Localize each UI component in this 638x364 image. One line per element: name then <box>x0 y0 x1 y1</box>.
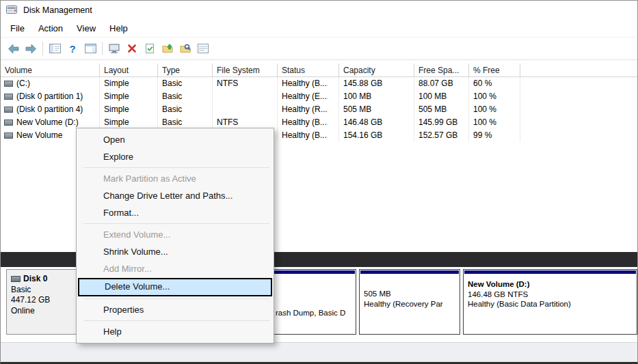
type-cell: Basic <box>158 77 213 90</box>
type-cell: Basic <box>158 90 213 103</box>
partition-status: Healthy (Recovery Par <box>364 299 455 309</box>
free-space-cell: 88.07 GB <box>414 77 469 90</box>
partition-size: 146.48 GB NTFS <box>468 290 633 300</box>
status-cell: Healthy (B... <box>278 116 339 129</box>
disk-management-window: Disk Management File Action View Help ? <box>0 0 638 364</box>
menu-view[interactable]: View <box>70 21 103 36</box>
status-cell: Healthy (B... <box>278 129 339 142</box>
window-title: Disk Management <box>23 5 92 15</box>
context-menu-item-format[interactable]: Format... <box>77 204 274 221</box>
volume-cell: (C:) <box>1 77 100 90</box>
free-space-cell: 505 MB <box>414 103 469 116</box>
monitor-icon[interactable] <box>105 40 123 57</box>
drive-icon <box>4 120 13 126</box>
drive-icon <box>4 94 13 100</box>
disk0-header-panel[interactable]: Disk 0 Basic 447.12 GB Online <box>6 269 79 335</box>
volume-name: (Disk 0 partition 1) <box>16 90 83 103</box>
context-menu-item-mark-partition-active: Mark Partition as Active <box>77 170 274 187</box>
context-menu-item-properties[interactable]: Properties <box>77 301 274 318</box>
filler-cell <box>520 103 637 116</box>
app-icon <box>6 4 18 16</box>
column-header-filler <box>520 64 637 77</box>
status-cell: Healthy (E... <box>278 90 339 103</box>
context-menu-item-open[interactable]: Open <box>77 131 274 148</box>
free-space-cell: 100 MB <box>414 90 469 103</box>
pct-free-cell: 100 % <box>469 90 520 103</box>
filler-cell <box>520 77 637 90</box>
disk-capacity: 447.12 GB <box>11 295 75 306</box>
list-header: Volume Layout Type File System Status Ca… <box>1 64 637 77</box>
toolbar: ? <box>1 37 637 60</box>
pct-free-cell: 100 % <box>469 103 520 116</box>
capacity-cell: 146.48 GB <box>339 116 414 129</box>
red-x-icon[interactable] <box>123 40 141 57</box>
capacity-cell: 100 MB <box>339 90 414 103</box>
column-header-capacity[interactable]: Capacity <box>339 64 414 77</box>
check-document-icon[interactable] <box>141 40 159 57</box>
partition-label: New Volume (D:) <box>468 279 633 290</box>
row-c-drive[interactable]: (C:) Simple Basic NTFS Healthy (B... 145… <box>1 77 637 90</box>
capacity-cell: 154.16 GB <box>339 129 414 142</box>
capacity-cell: 505 MB <box>339 103 414 116</box>
menu-separator <box>83 167 269 168</box>
context-menu-item-shrink-volume[interactable]: Shrink Volume... <box>77 243 274 260</box>
column-header-type[interactable]: Type <box>158 64 213 77</box>
back-icon[interactable] <box>4 40 22 57</box>
footer-strip <box>1 342 637 362</box>
partition-status-fragment: rash Dump, Basic D <box>276 309 345 317</box>
action-pane-icon[interactable] <box>81 40 99 57</box>
pct-free-cell: 99 % <box>469 129 520 142</box>
column-header-status[interactable]: Status <box>278 64 339 77</box>
drive-icon <box>4 132 13 139</box>
free-space-cell: 145.99 GB <box>414 116 469 129</box>
column-header-volume[interactable]: Volume <box>1 64 100 77</box>
layout-cell: Simple <box>100 103 158 116</box>
partition-505mb-recovery[interactable]: 505 MB Healthy (Recovery Par <box>359 269 460 335</box>
partition-new-volume-d[interactable]: New Volume (D:) 146.48 GB NTFS Healthy (… <box>463 269 637 335</box>
context-menu-item-explore[interactable]: Explore <box>77 148 274 165</box>
menubar: File Action View Help <box>1 20 637 37</box>
capacity-cell: 145.88 GB <box>339 77 414 90</box>
column-header-pct-free[interactable]: % Free <box>469 64 520 77</box>
filler-cell <box>520 129 637 142</box>
volume-name: (C:) <box>16 77 30 90</box>
disk-type: Basic <box>11 285 75 296</box>
forward-icon[interactable] <box>22 40 40 57</box>
menu-help[interactable]: Help <box>103 21 135 36</box>
volume-name: (Disk 0 partition 4) <box>16 103 83 116</box>
toolbar-separator <box>102 42 103 55</box>
column-header-layout[interactable]: Layout <box>100 64 158 77</box>
folder-search-icon[interactable] <box>176 40 194 57</box>
file-system-cell <box>213 90 278 103</box>
menu-separator <box>83 298 269 299</box>
column-header-free-space[interactable]: Free Spa... <box>414 64 469 77</box>
row-disk0-partition-1[interactable]: (Disk 0 partition 1) Simple Basic Health… <box>1 90 637 103</box>
console-tree-icon[interactable] <box>46 40 64 57</box>
context-menu-item-change-drive-letter[interactable]: Change Drive Letter and Paths... <box>77 187 274 204</box>
layout-cell: Simple <box>100 90 158 103</box>
file-system-cell: NTFS <box>213 77 278 90</box>
toolbar-separator <box>42 42 43 55</box>
type-cell: Basic <box>158 103 213 116</box>
help-icon[interactable]: ? <box>64 40 81 57</box>
pct-free-cell: 100 % <box>469 116 520 129</box>
disk-icon <box>11 276 21 282</box>
context-menu: Open Explore Mark Partition as Active Ch… <box>76 128 274 344</box>
context-menu-item-extend-volume: Extend Volume... <box>77 226 274 243</box>
folder-up-arrow-icon[interactable] <box>159 40 176 57</box>
context-menu-item-help[interactable]: Help <box>77 323 274 340</box>
form-icon[interactable] <box>194 40 212 57</box>
volume-name: New Volume (D:) <box>16 116 79 129</box>
column-header-file-system[interactable]: File System <box>213 64 278 77</box>
filler-cell <box>520 116 637 129</box>
menu-file[interactable]: File <box>3 21 31 36</box>
row-disk0-partition-4[interactable]: (Disk 0 partition 4) Simple Basic Health… <box>1 103 637 116</box>
free-space-cell: 152.57 GB <box>414 129 469 142</box>
layout-cell: Simple <box>100 77 158 90</box>
drive-icon <box>4 81 13 87</box>
drive-icon <box>4 107 13 113</box>
menu-action[interactable]: Action <box>31 21 70 36</box>
context-menu-item-add-mirror: Add Mirror... <box>77 260 274 277</box>
partition-size: 505 MB <box>364 289 455 299</box>
context-menu-item-delete-volume[interactable]: Delete Volume... <box>78 278 272 296</box>
